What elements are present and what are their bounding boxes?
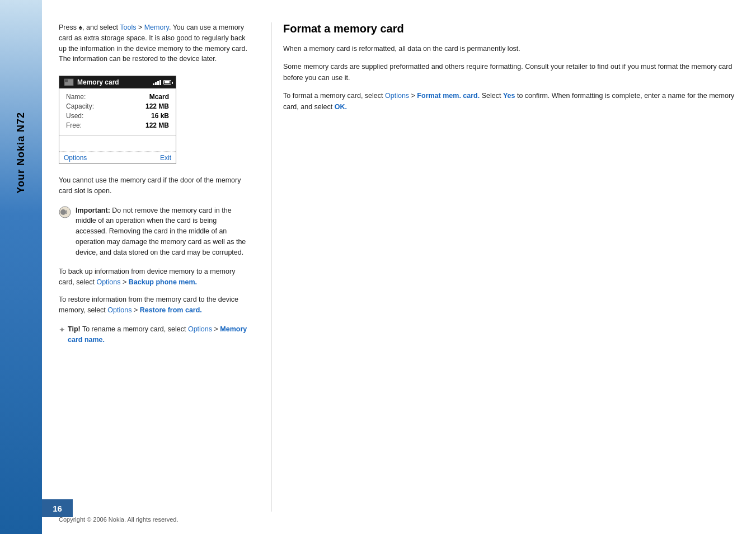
restore-options: Options	[107, 306, 132, 314]
phone-widget-footer: Options Exit	[59, 152, 176, 163]
important-text: Important: Do not remove the memory card…	[76, 205, 249, 258]
bottom-footer: Copyright © 2006 Nokia. All rights reser…	[59, 512, 739, 523]
para3-options: Options	[385, 92, 409, 100]
intro-paragraph: Press ♠, and select Tools > Memory. You …	[59, 22, 249, 64]
signal-bars	[153, 79, 161, 85]
capacity-value: 122 MB	[145, 102, 169, 110]
exit-label: Exit	[160, 154, 171, 162]
titlebar-right	[153, 79, 171, 85]
battery-icon	[163, 80, 171, 85]
tip-label: Tip!	[68, 325, 81, 333]
important-label: Important:	[76, 207, 110, 214]
right-column: Format a memory card When a memory card …	[271, 22, 739, 512]
options-label: Options	[64, 154, 87, 162]
para3-text1: To format a memory card, select	[283, 92, 383, 100]
important-icon	[59, 206, 71, 218]
tip-options: Options	[188, 325, 212, 333]
tip-text-block: Tip! To rename a memory card, select Opt…	[68, 324, 249, 345]
widget-row-capacity: Capacity: 122 MB	[66, 102, 169, 110]
memory-link: Memory	[144, 24, 169, 31]
widget-row-name: Name: Mcard	[66, 93, 169, 101]
widget-row-used: Used: 16 kB	[66, 112, 169, 120]
widget-spacer	[59, 136, 176, 152]
page-container: Your Nokia N72 16 Press ♠, and select To…	[0, 0, 756, 534]
widget-title: Memory card	[77, 78, 119, 86]
page-number: 16	[53, 504, 62, 513]
memory-card-icon	[64, 78, 75, 87]
phone-widget-body: Name: Mcard Capacity: 122 MB Used: 16 kB	[59, 88, 176, 136]
para1: When a memory card is reformatted, all d…	[283, 43, 739, 54]
backup-options: Options	[96, 278, 120, 286]
backup-paragraph: To back up information from device memor…	[59, 266, 249, 288]
used-value: 16 kB	[151, 112, 169, 120]
widget-row-free: Free: 122 MB	[66, 121, 169, 129]
sidebar-strip: Your Nokia N72	[0, 0, 42, 534]
backup-link: Backup phone mem.	[129, 278, 197, 286]
content-wrapper: Press ♠, and select Tools > Memory. You …	[42, 0, 756, 534]
tip-note: ✦ Tip! To rename a memory card, select O…	[59, 324, 249, 345]
main-content: Press ♠, and select Tools > Memory. You …	[42, 0, 756, 534]
cannot-use-text: You cannot use the memory card if the do…	[59, 175, 249, 196]
free-label: Free:	[66, 121, 82, 129]
tip-text: To rename a memory card, select	[82, 325, 186, 333]
svg-rect-1	[65, 79, 68, 82]
menu-icon-text: ♠	[78, 24, 82, 31]
para2: Some memory cards are supplied preformat…	[283, 61, 739, 83]
svg-point-3	[60, 209, 66, 215]
left-column: Press ♠, and select Tools > Memory. You …	[59, 22, 249, 512]
tools-link: Tools	[120, 24, 136, 31]
capacity-label: Capacity:	[66, 102, 94, 110]
para3-link: Format mem. card.	[417, 92, 480, 100]
page-number-box: 16	[42, 499, 73, 517]
important-note: Important: Do not remove the memory card…	[59, 205, 249, 258]
name-value: Mcard	[149, 93, 169, 101]
content-columns: Press ♠, and select Tools > Memory. You …	[59, 22, 739, 512]
used-label: Used:	[66, 112, 83, 120]
free-value: 122 MB	[145, 121, 169, 129]
para3: To format a memory card, select Options …	[283, 90, 739, 113]
para3-text2: Select	[482, 92, 501, 100]
tip-icon: ✦	[59, 324, 65, 345]
restore-paragraph: To restore information from the memory c…	[59, 294, 249, 316]
para3-ok: OK.	[335, 103, 347, 111]
copyright-text: Copyright © 2006 Nokia. All rights reser…	[59, 516, 179, 523]
phone-widget-titlebar: Memory card	[59, 76, 176, 88]
sidebar-title: Your Nokia N72	[15, 112, 27, 194]
para3-yes: Yes	[503, 92, 515, 100]
name-label: Name:	[66, 93, 86, 101]
restore-link: Restore from card.	[140, 306, 202, 314]
section-title: Format a memory card	[283, 22, 739, 35]
titlebar-left: Memory card	[64, 78, 119, 87]
phone-widget: Memory card Name:	[59, 76, 176, 164]
